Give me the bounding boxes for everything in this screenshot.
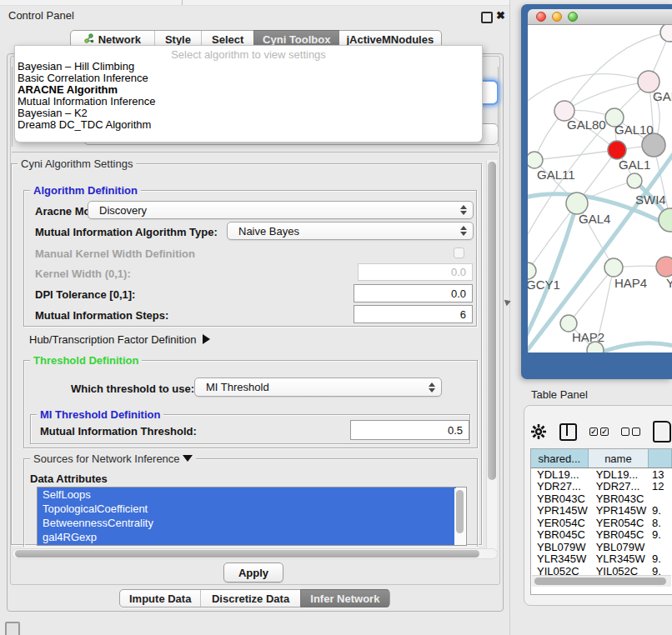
tab-discretize-data[interactable]: Discretize Data xyxy=(200,590,299,607)
network-node-gray-hub[interactable] xyxy=(642,133,665,157)
panel-divider[interactable] xyxy=(509,0,510,635)
collapse-arrow-icon[interactable] xyxy=(183,455,193,462)
mi-threshold-field[interactable]: 0.5 xyxy=(350,420,469,440)
table-header-row: shared...name xyxy=(531,449,672,468)
table-cell: 8. xyxy=(649,517,672,529)
close-panel-button[interactable]: ✖ xyxy=(496,9,505,22)
network-edge[interactable] xyxy=(564,82,649,111)
network-node-HAP4[interactable] xyxy=(604,258,623,277)
table-row[interactable]: YBL079WYBL079W xyxy=(531,541,672,553)
network-node-mid-green[interactable] xyxy=(627,173,642,188)
cyni-algorithm-settings-title: Cyni Algorithm Settings xyxy=(18,158,136,170)
select-all-columns-icon[interactable]: ✓✓ xyxy=(589,428,609,436)
screen: { "control_panel": { "title": "Control P… xyxy=(0,0,672,635)
tab-impute-data[interactable]: Impute Data xyxy=(120,590,200,607)
close-window-icon[interactable] xyxy=(536,12,546,22)
tab-infer-network[interactable]: Infer Network xyxy=(300,589,389,608)
tab-label: jActiveMNodules xyxy=(346,33,434,46)
network-node-Y-right[interactable] xyxy=(656,257,672,277)
table-cell: YLR345W xyxy=(589,552,649,565)
data-attributes-label: Data Attributes xyxy=(30,472,108,485)
tab-label: Infer Network xyxy=(310,592,379,605)
column-header[interactable]: name xyxy=(589,449,649,468)
list-vertical-scrollbar[interactable] xyxy=(454,488,465,545)
data-attributes-list[interactable]: SelfLoopsTopologicalCoefficientBetweenne… xyxy=(37,487,467,546)
show-columns-icon[interactable] xyxy=(559,423,577,441)
attribute-item[interactable]: SelfLoops xyxy=(38,488,456,502)
network-edge[interactable] xyxy=(569,268,614,323)
algorithm-option[interactable]: Mutual Information Inference xyxy=(15,96,482,108)
kernel-width-field[interactable]: 0.0 xyxy=(358,263,473,281)
kernel-width-label: Kernel Width (0,1): xyxy=(35,268,131,280)
import-table-icon[interactable] xyxy=(653,421,671,442)
top-strip xyxy=(0,0,510,6)
table-row[interactable]: YPR145WYPR145W9. xyxy=(531,505,672,518)
column-header[interactable] xyxy=(649,449,672,468)
mi-steps-field[interactable]: 6 xyxy=(354,305,473,323)
network-node-GAL11[interactable] xyxy=(528,152,543,168)
table-row[interactable]: YDR27...YDR27...12 xyxy=(531,481,672,493)
gear-icon[interactable] xyxy=(530,423,547,440)
table-cell: YBR045C xyxy=(589,528,649,541)
scrollbar-thumb[interactable] xyxy=(15,550,479,558)
scrollbar-thumb[interactable] xyxy=(456,490,464,533)
table-cell: 9. xyxy=(649,504,672,517)
manual-kernel-checkbox[interactable] xyxy=(454,248,464,258)
algorithm-option[interactable]: Bayesian – K2 xyxy=(15,108,482,119)
table-row[interactable]: YDL19...YDL19...13 xyxy=(531,468,672,481)
deselect-all-columns-icon[interactable] xyxy=(621,428,640,436)
dropdown-placeholder: Select algorithm to view settings xyxy=(15,46,482,61)
network-canvas[interactable]: GALGAL80GAL10GAL1GAL11SWI4GAL4GCY1HAP4YH… xyxy=(528,25,672,352)
which-threshold-combobox[interactable]: MI Threshold xyxy=(194,378,442,397)
algorithm-option[interactable]: Bayesian – Hill Climbing xyxy=(15,61,482,72)
table-row[interactable]: YLR345WYLR345W9. xyxy=(531,553,672,566)
tab-label: Network xyxy=(98,33,141,46)
table-cell: YER054C xyxy=(589,517,649,529)
column-header[interactable]: shared... xyxy=(531,449,589,468)
settings-vertical-scrollbar[interactable] xyxy=(486,160,497,552)
attribute-item[interactable]: TopologicalCoefficient xyxy=(38,502,456,516)
mi-steps-label: Mutual Information Steps: xyxy=(35,309,168,322)
table-cell: YPR145W xyxy=(589,504,649,517)
attribute-item[interactable]: gal4RGexp xyxy=(38,530,456,544)
network-node-GCY1[interactable] xyxy=(528,262,536,279)
network-edge[interactable] xyxy=(528,203,577,271)
node-label-GAL11: GAL11 xyxy=(537,168,575,182)
minimize-window-icon[interactable] xyxy=(552,12,562,22)
dpi-tolerance-label: DPI Tolerance [0,1]: xyxy=(35,288,135,301)
tab-label: Impute Data xyxy=(129,592,191,605)
algorithm-option[interactable]: Dream8 DC_TDC Algorithm xyxy=(15,119,482,131)
scrollbar-thumb[interactable] xyxy=(534,578,666,585)
algorithm-option[interactable]: ARACNE Algorithm xyxy=(15,84,482,96)
scrollbar-thumb[interactable] xyxy=(488,162,496,480)
table-row[interactable]: YBR045CYBR045C9. xyxy=(531,529,672,542)
minimized-panel-icon[interactable] xyxy=(5,622,20,635)
zoom-window-icon[interactable] xyxy=(568,12,578,22)
mi-type-combobox[interactable]: Naive Bayes xyxy=(227,222,474,240)
table-rows: YDL19...YDL19...13YDR27...YDR27...12YBR0… xyxy=(531,468,672,578)
network-node-HAP2[interactable] xyxy=(560,315,577,332)
dpi-tolerance-field[interactable]: 0.0 xyxy=(354,284,473,302)
network-node-SWI4[interactable] xyxy=(659,208,672,232)
network-node-top-partial[interactable] xyxy=(660,25,672,42)
combo-stepper-icon xyxy=(429,382,441,392)
attribute-item[interactable]: BetweennessCentrality xyxy=(38,516,456,530)
tab-label: Style xyxy=(165,33,191,46)
aracne-mode-value: Discovery xyxy=(99,204,147,217)
tab-label: Discretize Data xyxy=(212,592,289,605)
network-edge[interactable] xyxy=(534,150,617,160)
table-cell: YDL19... xyxy=(531,468,589,481)
table-horizontal-scrollbar[interactable] xyxy=(532,575,671,587)
network-node-GAL1[interactable] xyxy=(608,141,626,159)
control-panel-title: Control Panel xyxy=(8,9,74,22)
table-row[interactable]: YER054CYER054C8. xyxy=(531,517,672,529)
settings-horizontal-scrollbar[interactable] xyxy=(12,548,498,559)
hub-definition-toggle[interactable]: Hub/Transcription Factor Definition xyxy=(29,333,210,346)
algorithm-option[interactable]: Basic Correlation Inference xyxy=(15,72,482,84)
apply-button[interactable]: Apply xyxy=(223,562,283,582)
network-window-titlebar[interactable] xyxy=(528,9,672,25)
float-window-button[interactable] xyxy=(481,12,493,23)
table-row[interactable]: YBR043CYBR043C xyxy=(531,492,672,505)
aracne-mode-combobox[interactable]: Discovery xyxy=(88,201,474,219)
node-label-GAL4: GAL4 xyxy=(579,212,610,226)
